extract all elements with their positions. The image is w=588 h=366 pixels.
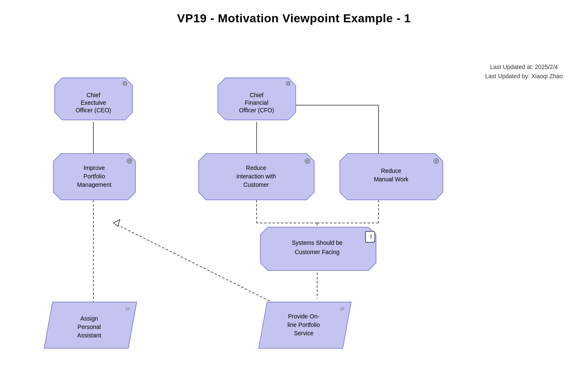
svg-text:Management: Management bbox=[77, 181, 111, 188]
ceo-node[interactable]: ⧉ Chief Exectuive Officer (CEO) bbox=[55, 78, 132, 120]
svg-text:Chief: Chief bbox=[87, 92, 101, 98]
svg-text:▱: ▱ bbox=[125, 305, 130, 312]
svg-text:line Portfolio: line Portfolio bbox=[287, 321, 320, 328]
svg-text:◎: ◎ bbox=[127, 157, 132, 164]
svg-text:Assistant: Assistant bbox=[77, 332, 101, 339]
svg-text:Personal: Personal bbox=[77, 324, 101, 330]
svg-text:Chief: Chief bbox=[250, 92, 264, 98]
diagram-svg: ⧉ Chief Exectuive Officer (CEO) ⧉ Chief … bbox=[0, 42, 588, 366]
systems-customer-node[interactable]: ! Systems Should be Customer Facing bbox=[260, 227, 376, 271]
diagram-area: ⧉ Chief Exectuive Officer (CEO) ⧉ Chief … bbox=[0, 42, 588, 366]
svg-text:Improve: Improve bbox=[84, 164, 105, 171]
svg-text:Manual Work: Manual Work bbox=[374, 176, 409, 183]
svg-text:Interaction with: Interaction with bbox=[236, 173, 276, 180]
svg-text:Reduce: Reduce bbox=[246, 164, 266, 171]
svg-text:Financial: Financial bbox=[245, 99, 268, 106]
svg-text:Reduce: Reduce bbox=[381, 167, 401, 174]
svg-text:Systems Should be: Systems Should be bbox=[292, 239, 343, 246]
svg-text:Customer Facing: Customer Facing bbox=[295, 249, 340, 255]
svg-text:Service: Service bbox=[294, 330, 314, 337]
reduce-interaction-node[interactable]: ◎ Reduce Interaction with Customer bbox=[199, 154, 314, 200]
svg-text:◎: ◎ bbox=[305, 157, 310, 164]
svg-text:Officer (CEO): Officer (CEO) bbox=[76, 107, 111, 114]
svg-text:!: ! bbox=[370, 233, 372, 240]
svg-text:◎: ◎ bbox=[433, 157, 439, 164]
svg-text:▱: ▱ bbox=[340, 305, 344, 312]
svg-text:Assign: Assign bbox=[80, 315, 98, 322]
svg-text:Customer: Customer bbox=[244, 181, 269, 188]
svg-line-15 bbox=[114, 223, 273, 303]
svg-text:Portfolio: Portfolio bbox=[83, 173, 105, 180]
assign-personal-assistant-node[interactable]: ▱ Assign Personal Assistant bbox=[44, 302, 137, 348]
svg-text:⧉: ⧉ bbox=[123, 80, 127, 87]
improve-portfolio-node[interactable]: ◎ Improve Portfolio Management bbox=[53, 154, 135, 200]
provide-online-node[interactable]: ▱ Provide On- line Portfolio Service bbox=[259, 302, 351, 348]
svg-text:Officer (CFO): Officer (CFO) bbox=[239, 107, 274, 114]
reduce-manual-node[interactable]: ◎ Reduce Manual Work bbox=[340, 154, 443, 200]
svg-text:⧉: ⧉ bbox=[286, 80, 290, 87]
svg-text:Exectuive: Exectuive bbox=[81, 99, 106, 106]
page-title: VP19 - Motivation Viewpoint Example - 1 bbox=[0, 0, 588, 29]
svg-text:Provide On-: Provide On- bbox=[288, 313, 320, 320]
cfo-node[interactable]: ⧉ Chief Financial Officer (CFO) bbox=[218, 78, 296, 120]
